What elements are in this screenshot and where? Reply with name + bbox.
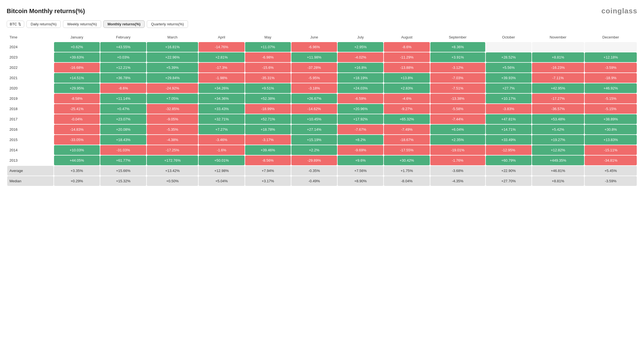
data-cell: -4.6% xyxy=(384,94,430,103)
average-cell: +3.35% xyxy=(54,166,100,176)
data-cell: +2.83% xyxy=(384,83,430,93)
data-cell: -7.49% xyxy=(384,125,430,134)
data-cell: +11.14% xyxy=(100,94,146,103)
data-cell: -14.83% xyxy=(54,125,100,134)
col-jun: June xyxy=(291,33,337,42)
data-cell: -32.85% xyxy=(147,104,198,114)
data-cell: +12.18% xyxy=(585,52,637,62)
returns-table: Time January February March April May Ju… xyxy=(7,32,637,186)
data-cell: -8.6% xyxy=(100,83,146,93)
table-row: 2022-16.68%+12.21%+5.39%-17.3%-15.6%-37.… xyxy=(7,63,637,72)
data-cell: +36.78% xyxy=(100,73,146,83)
data-cell: -4.02% xyxy=(338,52,383,62)
table-row: 2016-14.83%+20.08%-5.35%+7.27%+18.78%+27… xyxy=(7,125,637,134)
data-cell: +20.08% xyxy=(100,125,146,134)
table-row: 2013+44.05%+61.77%+172.76%+50.01%-8.56%-… xyxy=(7,156,637,165)
year-cell: 2017 xyxy=(7,114,53,124)
median-cell: -3.59% xyxy=(585,176,637,186)
data-cell: +24.03% xyxy=(338,83,383,93)
average-cell: +22.90% xyxy=(486,166,531,176)
data-cell: +11.98% xyxy=(291,52,337,62)
table-header-row: Time January February March April May Ju… xyxy=(7,33,637,42)
data-cell: +2.2% xyxy=(291,145,337,155)
year-cell: 2018 xyxy=(7,104,53,114)
data-cell: -35.31% xyxy=(245,73,291,83)
data-cell: +28.52% xyxy=(486,52,531,62)
data-cell: +32.71% xyxy=(199,114,244,124)
data-cell: -8.58% xyxy=(54,94,100,103)
median-cell: +0.50% xyxy=(147,176,198,186)
data-cell: -7.67% xyxy=(338,125,383,134)
data-cell: +9.6% xyxy=(338,156,383,165)
data-cell: -13.88% xyxy=(384,63,430,72)
data-cell: +27.14% xyxy=(291,125,337,134)
data-cell: +20.96% xyxy=(338,104,383,114)
data-cell: -17.55% xyxy=(384,145,430,155)
average-cell: -0.35% xyxy=(291,166,337,176)
data-cell: +2.95% xyxy=(338,42,383,52)
page-title: Bitcoin Monthly returns(%) xyxy=(7,8,85,15)
data-cell: +52.71% xyxy=(245,114,291,124)
col-dec: December xyxy=(585,33,637,42)
header: Bitcoin Monthly returns(%) coinglass xyxy=(7,7,637,15)
year-cell: 2021 xyxy=(7,73,53,83)
tab-daily[interactable]: Daily returns(%) xyxy=(26,20,61,28)
data-cell: +10.45% xyxy=(291,114,337,124)
data-cell: -5.15% xyxy=(585,104,637,114)
tab-quarterly[interactable]: Quarterly returns(%) xyxy=(147,20,188,28)
median-cell: +0.29% xyxy=(54,176,100,186)
data-cell: +13.8% xyxy=(384,73,430,83)
average-cell: +1.75% xyxy=(384,166,430,176)
data-cell: +50.01% xyxy=(199,156,244,165)
data-cell: +6.04% xyxy=(430,125,485,134)
col-aug: August xyxy=(384,33,430,42)
data-cell: +172.76% xyxy=(147,156,198,165)
chevron-icon: ⇅ xyxy=(18,22,21,26)
year-cell: 2015 xyxy=(7,135,53,145)
tab-monthly[interactable]: Monthly returns(%) xyxy=(103,20,145,28)
year-cell: 2023 xyxy=(7,52,53,62)
data-cell: -3.17% xyxy=(245,135,291,145)
data-cell: -4.38% xyxy=(147,135,198,145)
data-cell: +39.46% xyxy=(245,145,291,155)
col-sep: September xyxy=(430,33,485,42)
data-cell: +17.92% xyxy=(338,114,383,124)
data-cell: +47.81% xyxy=(486,114,531,124)
data-cell: -18.9% xyxy=(585,73,637,83)
data-cell: +42.95% xyxy=(532,83,584,93)
data-cell: +60.79% xyxy=(486,156,531,165)
data-cell: +43.55% xyxy=(100,42,146,52)
data-cell: +23.07% xyxy=(100,114,146,124)
col-apr: April xyxy=(199,33,244,42)
data-cell: -29.89% xyxy=(291,156,337,165)
average-cell: +15.66% xyxy=(100,166,146,176)
table-row: 2024+0.62%+43.55%+16.81%-14.76%+11.07%-6… xyxy=(7,42,637,52)
average-cell: -3.68% xyxy=(430,166,485,176)
data-cell: -3.46% xyxy=(199,135,244,145)
data-cell: +30.42% xyxy=(384,156,430,165)
data-cell: -3.59% xyxy=(585,63,637,72)
data-cell: +13.83% xyxy=(585,135,637,145)
data-cell: +10.03% xyxy=(54,145,100,155)
data-cell: -7.44% xyxy=(430,114,485,124)
data-cell: +0.62% xyxy=(54,42,100,52)
data-cell: +26.67% xyxy=(291,94,337,103)
col-oct: October xyxy=(486,33,531,42)
data-cell xyxy=(585,42,637,52)
data-cell: +5.56% xyxy=(486,63,531,72)
data-cell: -16.68% xyxy=(54,63,100,72)
tab-weekly[interactable]: Weekly returns(%) xyxy=(63,20,101,28)
data-cell: -9.05% xyxy=(147,114,198,124)
median-cell: +8.90% xyxy=(338,176,383,186)
average-cell: +12.98% xyxy=(199,166,244,176)
data-cell: +34.26% xyxy=(199,83,244,93)
data-cell: +53.48% xyxy=(532,114,584,124)
data-cell: +2.35% xyxy=(430,135,485,145)
data-cell: -8.56% xyxy=(245,156,291,165)
data-cell: -31.03% xyxy=(100,145,146,155)
data-cell: +27.7% xyxy=(486,83,531,93)
data-cell: -17.27% xyxy=(532,94,584,103)
data-cell: +16.8% xyxy=(338,63,383,72)
asset-selector[interactable]: BTC ⇅ xyxy=(7,21,24,28)
col-nov: November xyxy=(532,33,584,42)
